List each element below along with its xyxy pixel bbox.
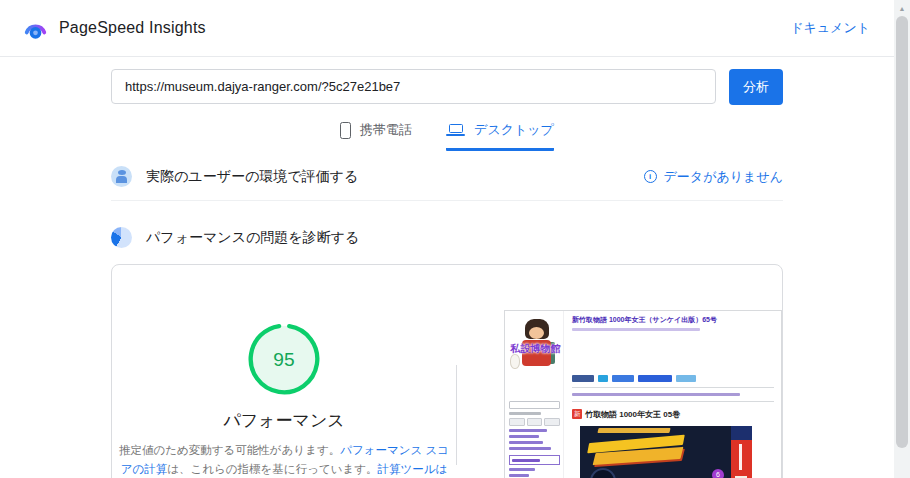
thumb-category-links [509, 468, 560, 478]
thumb-social-buttons [572, 375, 774, 382]
no-data-label: データがありません [664, 168, 783, 186]
phone-icon [340, 122, 351, 139]
field-data-section: 実際のユーザーの環境で評価する i データがありません [111, 166, 783, 201]
performance-score-gauge: 95 [247, 322, 321, 396]
comic-cover-spine [731, 426, 752, 478]
thumb-divider-2 [572, 401, 774, 402]
score-value: 95 [273, 349, 294, 370]
thumb-entry-title: 竹取物語 1000年女王 05巻 [585, 409, 680, 420]
thumb-text-bar [509, 412, 541, 415]
gauge-icon [111, 227, 132, 248]
thumb-new-badge: 新 [572, 409, 582, 419]
thumb-button-row [509, 418, 560, 426]
comic-cover-planet [590, 468, 616, 478]
site-screenshot-thumbnail[interactable]: 私設博物館 [504, 310, 782, 478]
diagnose-section: パフォーマンスの問題を診断する [111, 227, 783, 248]
app-header: PageSpeed Insights ドキュメント [0, 0, 910, 57]
thumb-nav-links [509, 429, 560, 450]
tab-desktop-label: デスクトップ [474, 121, 554, 139]
comic-volume-badge: 6 [712, 469, 724, 478]
disclaimer-text-1: 推定値のため変動する可能性があります。 [119, 444, 340, 456]
thumb-tagline-bar [572, 328, 700, 331]
url-input[interactable] [111, 69, 716, 104]
thumb-site-mascot-image: 私設博物館 [509, 314, 560, 398]
thumb-search-box [509, 401, 560, 409]
field-data-title: 実際のユーザーの環境で評価する [146, 168, 358, 186]
tab-mobile-label: 携帯電話 [360, 121, 412, 139]
page-title: PageSpeed Insights [59, 19, 206, 37]
thumb-comic-cover-image: 6 [580, 426, 752, 478]
thumb-main-column: 新竹取物語 1000年女王（サンケイ出版）65号 [563, 311, 781, 478]
thumb-site-banner-text: 私設博物館 [507, 342, 564, 356]
thumb-post-title: 新竹取物語 1000年女王（サンケイ出版）65号 [572, 316, 774, 325]
tab-mobile[interactable]: 携帯電話 [340, 121, 412, 151]
tab-desktop[interactable]: デスクトップ [446, 121, 554, 151]
screenshot-column: 私設博物館 [457, 265, 782, 478]
pagespeed-logo-icon [22, 15, 49, 42]
thumb-entry-heading: 新 竹取物語 1000年女王 05巻 [572, 409, 774, 420]
disclaimer-text-2: は、これらの指標を基に行っています。 [167, 463, 377, 475]
field-data-status: i データがありません [644, 168, 783, 186]
scrollbar-thumb[interactable] [896, 16, 908, 448]
analyze-form: 分析 [111, 69, 783, 105]
scrollbar[interactable]: ▲ [894, 0, 910, 478]
laptop-icon [446, 124, 465, 136]
users-icon [111, 166, 132, 187]
info-icon[interactable]: i [644, 170, 657, 183]
scroll-up-icon[interactable]: ▲ [894, 0, 910, 16]
thumb-sidebar: 私設博物館 [505, 311, 563, 478]
main-content: 分析 携帯電話 デスクトップ 実際のユーザーの環境で評価する [0, 69, 894, 478]
diagnose-title: パフォーマンスの問題を診断する [146, 229, 359, 247]
analyze-button[interactable]: 分析 [729, 69, 783, 105]
thumb-tags-bar [572, 393, 740, 396]
score-column: 95 パフォーマンス 推定値のため変動する可能性があります。パフォーマンス スコ… [112, 265, 456, 478]
pagespeed-insights-page: ▲ PageSpeed Insights ドキュメント 分析 [0, 0, 910, 478]
device-tabs: 携帯電話 デスクトップ [111, 121, 783, 151]
thumb-divider [572, 387, 774, 388]
comic-cover-front: 6 [580, 426, 731, 478]
performance-label: パフォーマンス [223, 409, 344, 432]
documentation-link[interactable]: ドキュメント [790, 19, 870, 37]
score-disclaimer: 推定値のため変動する可能性があります。パフォーマンス スコアの計算は、これらの指… [116, 441, 452, 478]
performance-report-card: 95 パフォーマンス 推定値のため変動する可能性があります。パフォーマンス スコ… [111, 264, 783, 478]
thumb-sidebar-heading-box [509, 455, 560, 465]
